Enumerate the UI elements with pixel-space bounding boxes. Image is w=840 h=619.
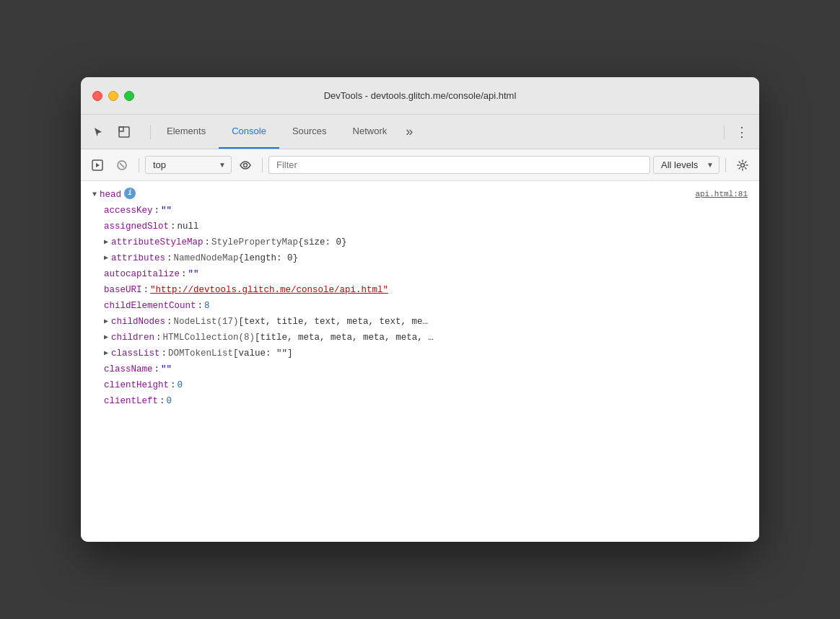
devtools-window: DevTools - devtools.glitch.me/console/ap…	[81, 77, 759, 542]
console-content: api.html:81 head i accessKey : "" assign…	[81, 181, 759, 542]
tab-bar: Elements Console Sources Network » ⋮	[81, 115, 759, 149]
console-toolbar: top ▼ All levels ▼	[81, 149, 759, 181]
table-row: childNodes : NodeList(17) [text, title, …	[81, 314, 759, 330]
head-toggle[interactable]	[92, 188, 97, 202]
expand-arrow[interactable]	[104, 346, 108, 361]
expand-arrow[interactable]	[104, 330, 108, 345]
prop-key: attributes	[111, 251, 165, 265]
tab-console[interactable]: Console	[219, 115, 279, 149]
table-row: clientHeight : 0	[81, 377, 759, 393]
tab-sources[interactable]: Sources	[279, 115, 340, 149]
table-row: attributeStyleMap : StylePropertyMap {si…	[81, 234, 759, 250]
expand-arrow[interactable]	[104, 315, 108, 329]
prop-type: DOMTokenList	[168, 346, 233, 361]
prop-type: NamedNodeMap	[174, 251, 239, 265]
prop-value: 0	[178, 378, 183, 392]
prop-key: accessKey	[104, 203, 153, 218]
levels-select-wrapper: All levels ▼	[653, 156, 719, 174]
svg-rect-1	[119, 127, 123, 131]
more-tabs-button[interactable]: »	[400, 115, 419, 149]
prop-value: 0	[167, 394, 172, 408]
toolbar-separator2	[262, 158, 263, 172]
prop-key: baseURI	[104, 283, 142, 297]
settings-button[interactable]	[732, 154, 753, 176]
expand-arrow[interactable]	[104, 235, 108, 250]
window-title: DevTools - devtools.glitch.me/console/ap…	[324, 90, 517, 101]
prop-detail: {length: 0}	[239, 251, 299, 265]
cursor-icon[interactable]	[87, 120, 110, 144]
inspect-icon[interactable]	[113, 120, 136, 144]
tab-bar-left-icons	[87, 120, 136, 144]
filter-input[interactable]	[268, 156, 650, 174]
prop-key: attributeStyleMap	[111, 235, 204, 250]
prop-type: HTMLCollection(8)	[163, 330, 255, 345]
prop-value: ""	[161, 203, 172, 218]
svg-point-6	[244, 163, 248, 167]
prop-detail: [text, title, text, meta, text, me…	[239, 315, 429, 329]
table-row: assignedSlot : null	[81, 219, 759, 234]
prop-value: ""	[188, 267, 199, 281]
source-link[interactable]: api.html:81	[695, 187, 759, 198]
table-row: childElementCount : 8	[81, 298, 759, 314]
close-button[interactable]	[92, 91, 102, 101]
table-row: classList : DOMTokenList [value: ""]	[81, 346, 759, 361]
svg-rect-0	[119, 127, 129, 137]
more-options-button[interactable]: ⋮	[730, 120, 753, 144]
prop-key: childNodes	[111, 315, 165, 329]
prop-key: className	[104, 362, 153, 377]
table-row: accessKey : ""	[81, 203, 759, 219]
context-select-wrapper: top ▼	[145, 156, 232, 174]
prop-key: children	[111, 330, 154, 345]
prop-key: assignedSlot	[104, 219, 169, 234]
svg-point-7	[741, 163, 745, 167]
tab-bar-right: ⋮	[721, 120, 753, 144]
prop-detail: [value: ""]	[233, 346, 293, 361]
table-row: baseURI : "http://devtools.glitch.me/con…	[81, 282, 759, 298]
separator2	[724, 125, 725, 139]
live-expressions-button[interactable]	[235, 154, 256, 176]
expand-arrow[interactable]	[104, 251, 108, 265]
traffic-lights	[92, 91, 134, 101]
minimize-button[interactable]	[108, 91, 118, 101]
maximize-button[interactable]	[124, 91, 134, 101]
tab-elements[interactable]: Elements	[154, 115, 219, 149]
tab-network[interactable]: Network	[340, 115, 401, 149]
levels-select[interactable]: All levels	[653, 156, 719, 174]
separator	[150, 125, 151, 139]
prop-value: 8	[204, 299, 210, 313]
prop-value: ""	[161, 362, 172, 377]
table-row: children : HTMLCollection(8) [title, met…	[81, 330, 759, 346]
info-badge[interactable]: i	[124, 188, 136, 199]
prop-key: clientLeft	[104, 394, 158, 408]
svg-line-5	[120, 163, 124, 167]
table-row: attributes : NamedNodeMap {length: 0}	[81, 250, 759, 266]
prop-value: null	[178, 219, 199, 234]
toolbar-separator	[139, 158, 139, 172]
prop-key: autocapitalize	[104, 267, 180, 281]
table-row: autocapitalize : ""	[81, 266, 759, 282]
title-bar: DevTools - devtools.glitch.me/console/ap…	[81, 77, 759, 115]
prop-key: childElementCount	[104, 299, 196, 313]
clear-console-button[interactable]	[111, 154, 133, 176]
prop-key: clientHeight	[104, 378, 169, 392]
head-row: head i	[81, 187, 695, 203]
prop-type: StylePropertyMap	[211, 235, 298, 250]
table-row: className : ""	[81, 361, 759, 377]
svg-marker-3	[96, 163, 100, 167]
prop-key: classList	[111, 346, 160, 361]
prop-detail: [title, meta, meta, meta, meta, …	[255, 330, 434, 345]
head-label: head	[100, 188, 121, 202]
context-select[interactable]: top	[145, 156, 232, 174]
table-row: clientLeft : 0	[81, 393, 759, 409]
run-script-button[interactable]	[87, 154, 108, 176]
tabs: Elements Console Sources Network »	[154, 115, 721, 149]
prop-detail: {size: 0}	[298, 235, 347, 250]
prop-type: NodeList(17)	[174, 315, 239, 329]
prop-link[interactable]: "http://devtools.glitch.me/console/api.h…	[150, 283, 388, 297]
toolbar-separator3	[725, 158, 726, 172]
